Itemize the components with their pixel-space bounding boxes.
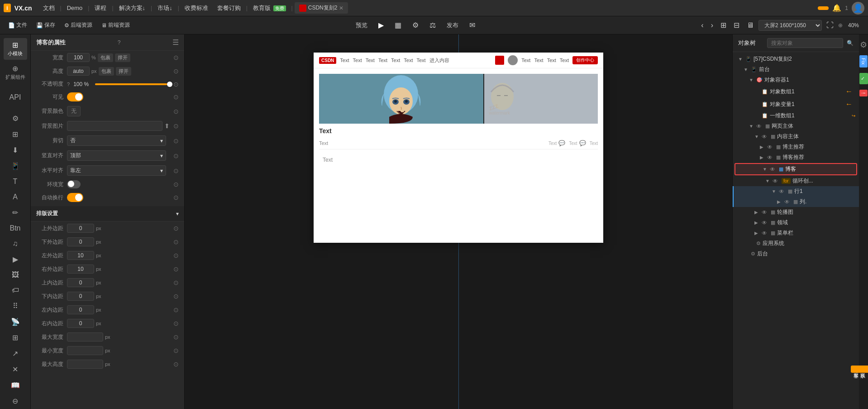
green-panel-indicator[interactable]: ✓ xyxy=(859,73,868,84)
nav-bundle[interactable]: 套餐订购 xyxy=(214,4,244,12)
eye-icon-blog[interactable]: 👁 xyxy=(770,166,775,173)
tree-item-web-body[interactable]: ▼ 👁 ▦ 网页主体 xyxy=(733,121,859,131)
close-icon[interactable]: ✕ xyxy=(339,5,343,11)
width-copy-icon[interactable]: ⊙ xyxy=(173,54,179,61)
nav-docs[interactable]: 文档 xyxy=(39,4,58,12)
fix-panel-indicator[interactable]: Fix xyxy=(859,55,868,67)
auto-wrap-toggle[interactable] xyxy=(67,193,83,202)
tree-item-blog-rec1[interactable]: ▶ 👁 ▦ 博主推荐 xyxy=(733,142,859,152)
halign-copy-icon[interactable]: ⊙ xyxy=(173,167,179,174)
csdn-tab[interactable]: CSDN复刻2 ✕ xyxy=(295,2,348,14)
view-toggle-2[interactable]: ⊟ xyxy=(731,19,742,31)
tool-icon-16[interactable]: ↗ xyxy=(4,346,27,361)
eye-icon-domain[interactable]: 👁 xyxy=(762,220,767,226)
padding-right-input[interactable] xyxy=(67,319,94,328)
tree-item-container1[interactable]: ▼ 🎯 对象容器1 xyxy=(733,75,859,85)
eye-icon-carousel[interactable]: 👁 xyxy=(762,209,767,216)
eye-icon-for[interactable]: 👁 xyxy=(773,178,778,184)
opacity-slider[interactable] xyxy=(95,83,170,85)
tree-item-root[interactable]: ▼ 📱 [57]CSDN复刻2 xyxy=(733,54,859,64)
padding-top-copy-icon[interactable]: ⊙ xyxy=(173,279,179,286)
bg-image-copy-icon[interactable]: ⊙ xyxy=(173,122,179,130)
opacity-help-icon[interactable]: ? xyxy=(67,82,70,87)
height-copy-icon[interactable]: ⊙ xyxy=(173,67,179,75)
clip-copy-icon[interactable]: ⊙ xyxy=(173,137,179,144)
object-tree-search[interactable] xyxy=(767,38,843,48)
user-avatar[interactable]: 👤 xyxy=(852,2,864,14)
tool-icon-3[interactable]: ⬇ xyxy=(4,143,27,157)
tool-icon-6[interactable]: A xyxy=(4,190,27,204)
fullscreen-button[interactable]: ⛶ xyxy=(824,19,836,31)
min-width-input[interactable] xyxy=(67,346,103,355)
edge-btn-1[interactable]: ⚙ xyxy=(859,38,868,52)
small-module-button[interactable]: ⊞ 小模块 xyxy=(4,38,27,60)
tree-item-var1[interactable]: 📋 对象变量1 ← xyxy=(733,98,859,111)
max-height-copy-icon[interactable]: ⊙ xyxy=(173,361,179,368)
nav-demo[interactable]: Demo xyxy=(63,5,86,11)
padding-top-input[interactable] xyxy=(67,278,94,287)
margin-bottom-copy-icon[interactable]: ⊙ xyxy=(173,238,179,245)
opacity-copy-icon[interactable]: ⊙ xyxy=(173,81,179,88)
eye-icon-blog-rec1[interactable]: 👁 xyxy=(767,144,773,150)
bell-icon[interactable]: 🔔 xyxy=(832,4,841,12)
valign-select[interactable]: 顶部 ▾ xyxy=(67,150,166,161)
padding-left-copy-icon[interactable]: ⊙ xyxy=(173,306,179,313)
nav-prev-button[interactable]: ‹ xyxy=(698,19,706,31)
margin-left-input[interactable] xyxy=(67,251,94,260)
bg-color-value[interactable]: 无 xyxy=(67,106,81,116)
tree-item-frontend[interactable]: ▼ 📱 前台 xyxy=(733,64,859,75)
nav-solution[interactable]: 解决方案↓ xyxy=(115,4,149,12)
tree-item-arr1[interactable]: 📋 对象数组1 ← xyxy=(733,85,859,98)
layout-button[interactable]: ⚖ xyxy=(426,19,439,31)
workspace-button[interactable] xyxy=(818,6,829,10)
tool-icon-14[interactable]: 📡 xyxy=(4,315,27,329)
nav-course[interactable]: 课程 xyxy=(91,4,110,12)
publish-button[interactable]: 发布 xyxy=(443,19,462,31)
margin-bottom-input[interactable] xyxy=(67,237,94,246)
eye-icon-content-body[interactable]: 👁 xyxy=(762,134,767,140)
tool-icon-7[interactable]: ✏ xyxy=(4,206,27,220)
tree-item-arr2[interactable]: 📋 一维数组1 ↪ xyxy=(733,111,859,121)
nav-market[interactable]: 市场↓ xyxy=(154,4,176,12)
wrap-tag[interactable]: 包裹 xyxy=(98,53,113,62)
nav-next-button[interactable]: › xyxy=(708,19,716,31)
tool-icon-2[interactable]: ⊞ xyxy=(4,127,27,141)
tree-item-domain[interactable]: ▶ 👁 ▦ 领域 xyxy=(733,217,859,228)
expand-tag[interactable]: 撑开 xyxy=(115,53,130,62)
bg-image-input[interactable] xyxy=(67,121,162,131)
tool-icon-13[interactable]: ⠿ xyxy=(4,299,27,313)
props-menu-icon[interactable]: ☰ xyxy=(172,38,179,47)
clip-select[interactable]: 否 ▾ xyxy=(67,135,166,146)
padding-bottom-copy-icon[interactable]: ⊙ xyxy=(173,293,179,300)
backend-resources-button[interactable]: ⚙ 后端资源 xyxy=(62,20,95,30)
red-panel-indicator[interactable]: ! xyxy=(859,90,868,96)
eye-icon-web-body[interactable]: 👁 xyxy=(756,123,762,130)
configure-button[interactable]: ⚙ xyxy=(409,19,422,31)
run-button[interactable]: ▶ xyxy=(375,19,387,31)
tool-icon-15[interactable]: ⊞ xyxy=(4,331,27,345)
visible-copy-icon[interactable]: ⊙ xyxy=(173,93,179,101)
max-width-copy-icon[interactable]: ⊙ xyxy=(173,333,179,341)
height-expand-tag[interactable]: 撑开 xyxy=(116,67,131,76)
margin-right-copy-icon[interactable]: ⊙ xyxy=(173,265,179,273)
tool-icon-5[interactable]: T xyxy=(4,175,27,188)
tree-item-for-loop[interactable]: ▼ 👁 for 循环创... xyxy=(733,176,859,186)
eye-icon-row1[interactable]: 👁 xyxy=(779,188,784,195)
padding-bottom-input[interactable] xyxy=(67,292,94,301)
tree-item-blog-rec2[interactable]: ▶ 👁 ▦ 博客推荐 xyxy=(733,152,859,163)
tool-icon-19[interactable]: ⊖ xyxy=(4,394,27,408)
height-wrap-tag[interactable]: 包裹 xyxy=(99,67,114,76)
upload-icon[interactable]: ⬆ xyxy=(164,122,170,130)
tree-item-col[interactable]: ▶ 👁 ▦ 列. xyxy=(733,197,859,207)
tree-item-blog[interactable]: ▼ 👁 ▦ 博客 xyxy=(734,163,857,175)
tree-item-row1[interactable]: ▼ 👁 ▦ 行1 xyxy=(733,186,859,197)
extend-components-button[interactable]: ⊕ 扩展组件 xyxy=(4,62,27,83)
eye-icon-blog-rec2[interactable]: 👁 xyxy=(767,154,773,161)
screen-size-select[interactable]: 大屏2 1600*1050 xyxy=(758,20,822,31)
padding-left-input[interactable] xyxy=(67,305,94,314)
tree-item-content-body[interactable]: ▼ 👁 ▦ 内容主体 xyxy=(733,131,859,142)
tree-item-carousel[interactable]: ▶ 👁 ▦ 轮播图 xyxy=(733,207,859,217)
tool-icon-1[interactable]: ⚙ xyxy=(4,111,27,125)
max-width-input[interactable] xyxy=(67,332,103,342)
margin-right-input[interactable] xyxy=(67,265,94,274)
